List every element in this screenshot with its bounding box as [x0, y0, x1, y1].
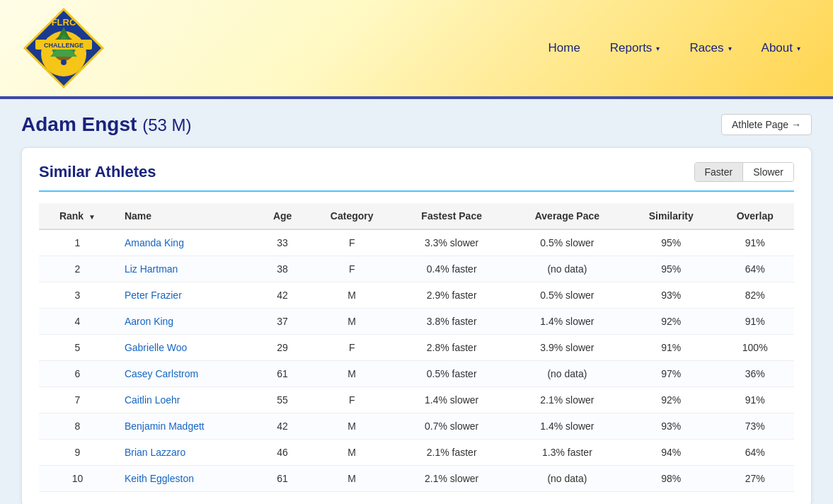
cell-age: 38 [257, 256, 309, 282]
athlete-link[interactable]: Brian Lazzaro [125, 447, 185, 458]
table-row: 9 Brian Lazzaro 46 M 2.1% faster 1.3% fa… [39, 440, 794, 466]
sort-icon: ▼ [88, 213, 96, 221]
table-row: 4 Aaron King 37 M 3.8% faster 1.4% slowe… [39, 309, 794, 335]
cell-rank: 6 [39, 361, 116, 387]
cell-name: Keith Eggleston [116, 466, 257, 492]
cell-average-pace: 1.3% faster [508, 440, 626, 466]
col-rank: Rank ▼ [39, 203, 116, 229]
cell-average-pace: 1.4% slower [508, 309, 626, 335]
cell-rank: 1 [39, 229, 116, 256]
table-row: 2 Liz Hartman 38 F 0.4% faster (no data)… [39, 256, 794, 282]
cell-similarity: 92% [626, 309, 716, 335]
cell-overlap: 64% [716, 440, 794, 466]
athlete-link[interactable]: Gabrielle Woo [125, 342, 187, 353]
cell-similarity: 95% [626, 229, 716, 256]
cell-overlap: 82% [716, 282, 794, 309]
cell-fastest-pace: 0.4% faster [396, 256, 508, 282]
cell-name: Amanda King [116, 229, 257, 256]
cell-rank: 4 [39, 309, 116, 335]
svg-point-6 [61, 59, 67, 65]
cell-fastest-pace: 0.7% slower [396, 413, 508, 440]
cell-category: F [309, 335, 396, 361]
cell-age: 46 [257, 440, 309, 466]
athlete-link[interactable]: Casey Carlstrom [125, 368, 198, 379]
athlete-link[interactable]: Benjamin Madgett [125, 420, 205, 432]
cell-average-pace: (no data) [508, 361, 626, 387]
athlete-link[interactable]: Liz Hartman [125, 263, 178, 275]
athlete-header: Adam Engst (53 M) Athlete Page → [21, 113, 812, 136]
cell-average-pace: 0.5% slower [508, 229, 626, 256]
cell-category: F [309, 229, 396, 256]
cell-rank: 2 [39, 256, 116, 282]
cell-age: 37 [257, 309, 309, 335]
col-name: Name [116, 203, 257, 229]
card-header: Similar Athletes Faster Slower [39, 162, 794, 192]
logo-container: FLRC CHALLENGE [21, 6, 106, 91]
table-row: 6 Casey Carlstrom 61 M 0.5% faster (no d… [39, 361, 794, 387]
col-overlap: Overlap [716, 203, 794, 229]
cell-rank: 9 [39, 440, 116, 466]
cell-age: 42 [257, 282, 309, 309]
cell-age: 61 [257, 466, 309, 492]
cell-category: M [309, 282, 396, 309]
athlete-link[interactable]: Keith Eggleston [125, 473, 194, 484]
svg-text:CHALLENGE: CHALLENGE [44, 42, 84, 49]
faster-toggle-button[interactable]: Faster [695, 163, 744, 181]
cell-name: Peter Frazier [116, 282, 257, 309]
svg-text:FLRC: FLRC [52, 17, 76, 28]
table-row: 3 Peter Frazier 42 M 2.9% faster 0.5% sl… [39, 282, 794, 309]
cell-fastest-pace: 2.1% slower [396, 466, 508, 492]
col-similarity: Similarity [626, 203, 716, 229]
cell-average-pace: (no data) [508, 256, 626, 282]
cell-average-pace: 1.4% slower [508, 413, 626, 440]
races-chevron-icon: ▾ [728, 45, 732, 52]
cell-rank: 8 [39, 413, 116, 440]
similar-athletes-table: Rank ▼ Name Age Category Fastest Pace Av… [39, 203, 794, 492]
cell-overlap: 73% [716, 413, 794, 440]
cell-category: F [309, 387, 396, 413]
col-average-pace: Average Pace [508, 203, 626, 229]
page-content: Adam Engst (53 M) Athlete Page → Similar… [0, 99, 833, 504]
cell-similarity: 93% [626, 413, 716, 440]
cell-category: F [309, 256, 396, 282]
cell-overlap: 91% [716, 309, 794, 335]
cell-age: 61 [257, 361, 309, 387]
cell-fastest-pace: 0.5% faster [396, 361, 508, 387]
athlete-page-button[interactable]: Athlete Page → [721, 114, 812, 135]
col-category: Category [309, 203, 396, 229]
cell-age: 29 [257, 335, 309, 361]
cell-category: M [309, 361, 396, 387]
cell-similarity: 94% [626, 440, 716, 466]
cell-average-pace: 3.9% slower [508, 335, 626, 361]
cell-name: Gabrielle Woo [116, 335, 257, 361]
athlete-link[interactable]: Peter Frazier [125, 290, 182, 301]
nav-home[interactable]: Home [536, 35, 591, 61]
card-title: Similar Athletes [39, 163, 156, 181]
table-row: 5 Gabrielle Woo 29 F 2.8% faster 3.9% sl… [39, 335, 794, 361]
nav-races[interactable]: Races ▾ [678, 35, 742, 61]
athlete-link[interactable]: Aaron King [125, 316, 173, 327]
cell-name: Caitlin Loehr [116, 387, 257, 413]
nav-reports[interactable]: Reports ▾ [599, 35, 672, 61]
page-title: Adam Engst (53 M) [21, 113, 191, 136]
cell-fastest-pace: 1.4% slower [396, 387, 508, 413]
cell-average-pace: 2.1% slower [508, 387, 626, 413]
cell-overlap: 91% [716, 387, 794, 413]
athlete-link[interactable]: Amanda King [125, 237, 184, 248]
table-row: 1 Amanda King 33 F 3.3% slower 0.5% slow… [39, 229, 794, 256]
slower-toggle-button[interactable]: Slower [743, 163, 793, 181]
cell-similarity: 91% [626, 335, 716, 361]
cell-similarity: 98% [626, 466, 716, 492]
cell-similarity: 95% [626, 256, 716, 282]
site-header: FLRC CHALLENGE Home Reports ▾ Races ▾ Ab… [0, 0, 833, 99]
nav-about[interactable]: About ▾ [750, 35, 812, 61]
col-fastest-pace: Fastest Pace [396, 203, 508, 229]
cell-name: Benjamin Madgett [116, 413, 257, 440]
pace-toggle-group: Faster Slower [694, 162, 794, 182]
athlete-link[interactable]: Caitlin Loehr [125, 394, 180, 406]
cell-name: Liz Hartman [116, 256, 257, 282]
cell-age: 42 [257, 413, 309, 440]
flrc-logo: FLRC CHALLENGE [21, 6, 106, 91]
cell-fastest-pace: 2.1% faster [396, 440, 508, 466]
cell-name: Brian Lazzaro [116, 440, 257, 466]
